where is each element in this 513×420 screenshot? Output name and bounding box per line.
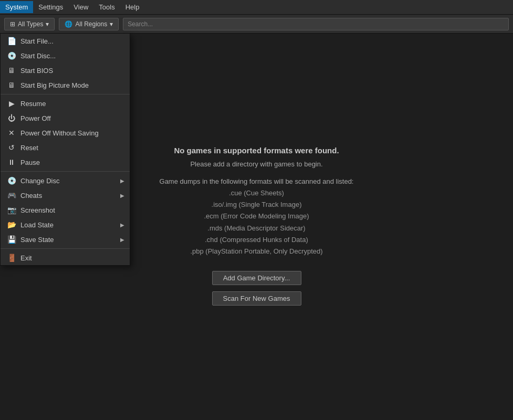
system-dropdown-menu: 📄 Start File... 💿 Start Disc... 🖥 Start … xyxy=(0,34,130,266)
menu-item-power-off[interactable]: ⏻ Power Off xyxy=(1,111,130,125)
menu-item-exit[interactable]: 🚪 Exit xyxy=(1,250,130,265)
arrow-icon-save-state: ▶ xyxy=(120,237,124,243)
menu-item-resume-label: Resume xyxy=(20,100,46,108)
menu-item-start-big-picture-label: Start Big Picture Mode xyxy=(20,81,89,89)
file-icon: 📄 xyxy=(7,36,16,46)
menu-item-resume[interactable]: ▶ Resume xyxy=(1,96,130,111)
close-icon: ✕ xyxy=(7,128,16,138)
menu-item-load-state[interactable]: 📂 Load State ▶ xyxy=(1,217,130,232)
globe-icon: 🌐 xyxy=(65,20,72,28)
menu-item-start-file[interactable]: 📄 Start File... xyxy=(1,34,130,48)
add-game-directory-button[interactable]: Add Game Directory... xyxy=(212,271,301,285)
bios-icon: 🖥 xyxy=(7,66,16,75)
format-item-ecm: .ecm (Error Code Modeling Image) xyxy=(190,211,322,222)
menu-item-pause[interactable]: ⏸ Pause xyxy=(1,155,130,170)
format-item-pbp: .pbp (PlayStation Portable, Only Decrypt… xyxy=(190,246,322,257)
filter-regions-label: All Regions xyxy=(75,20,107,28)
menu-item-load-state-label: Load State xyxy=(20,221,54,229)
arrow-icon-change-disc: ▶ xyxy=(120,178,124,184)
menu-item-save-state-label: Save State xyxy=(20,236,54,244)
menu-item-cheats[interactable]: 🎮 Cheats ▶ xyxy=(1,188,130,203)
separator-2 xyxy=(1,171,130,172)
menu-item-start-file-label: Start File... xyxy=(20,37,54,45)
menu-item-start-bios[interactable]: 🖥 Start BIOS xyxy=(1,63,130,78)
menu-item-power-off-nosave-label: Power Off Without Saving xyxy=(20,129,99,137)
format-item-mds: .mds (Media Descriptor Sidecar) xyxy=(190,223,322,234)
format-list: .cue (Cue Sheets) .iso/.img (Single Trac… xyxy=(190,187,322,257)
menu-item-change-disc-label: Change Disc xyxy=(20,177,59,185)
arrow-icon-load-state: ▶ xyxy=(120,222,124,228)
menu-item-pause-label: Pause xyxy=(20,159,40,166)
menu-item-reset[interactable]: ↺ Reset xyxy=(1,140,130,155)
reset-icon: ↺ xyxy=(7,143,16,152)
add-directory-hint: Please add a directory with games to beg… xyxy=(190,160,322,168)
menubar-item-system[interactable]: System xyxy=(0,1,33,13)
disc-icon: 💿 xyxy=(7,51,16,60)
menu-item-screenshot-label: Screenshot xyxy=(20,206,55,214)
menu-item-start-disc[interactable]: 💿 Start Disc... xyxy=(1,48,130,63)
filter-types-button[interactable]: ⊞ All Types ▾ xyxy=(4,18,55,30)
exit-icon: 🚪 xyxy=(7,253,16,262)
cheats-icon: 🎮 xyxy=(7,191,16,200)
separator-3 xyxy=(1,248,130,249)
change-disc-icon: 💿 xyxy=(7,176,16,185)
filter-types-icon: ⊞ xyxy=(10,20,15,28)
no-games-title: No games in supported formats were found… xyxy=(174,146,339,155)
menu-item-change-disc[interactable]: 💿 Change Disc ▶ xyxy=(1,173,130,188)
menu-item-start-bios-label: Start BIOS xyxy=(20,67,53,75)
resume-icon: ▶ xyxy=(7,99,16,108)
formats-title: Game dumps in the following formats will… xyxy=(160,177,354,185)
search-input[interactable] xyxy=(123,18,509,30)
chevron-down-icon-regions: ▾ xyxy=(110,20,113,28)
chevron-down-icon: ▾ xyxy=(46,20,49,28)
load-state-icon: 📂 xyxy=(7,220,16,229)
menubar: System Settings View Tools Help xyxy=(0,0,513,15)
menu-item-power-off-label: Power Off xyxy=(20,114,51,122)
filter-types-label: All Types xyxy=(18,20,43,28)
menu-item-start-disc-label: Start Disc... xyxy=(20,52,56,60)
arrow-icon-cheats: ▶ xyxy=(120,193,124,198)
menubar-item-help[interactable]: Help xyxy=(120,1,145,13)
menu-item-save-state[interactable]: 💾 Save State ▶ xyxy=(1,232,130,247)
toolbar: ⊞ All Types ▾ 🌐 All Regions ▾ xyxy=(0,15,513,34)
format-item-iso: .iso/.img (Single Track Image) xyxy=(190,199,322,211)
pause-icon: ⏸ xyxy=(7,158,16,167)
format-item-chd: .chd (Compressed Hunks of Data) xyxy=(190,234,322,246)
menu-item-cheats-label: Cheats xyxy=(20,192,42,200)
screenshot-icon: 📷 xyxy=(7,205,16,215)
menu-item-reset-label: Reset xyxy=(20,144,38,152)
menubar-item-tools[interactable]: Tools xyxy=(93,1,120,13)
bigpicture-icon: 🖥 xyxy=(7,80,16,90)
scan-for-new-games-button[interactable]: Scan For New Games xyxy=(212,291,301,306)
menubar-item-settings[interactable]: Settings xyxy=(33,1,68,13)
menu-item-power-off-nosave[interactable]: ✕ Power Off Without Saving xyxy=(1,125,130,140)
main-area: 📄 Start File... 💿 Start Disc... 🖥 Start … xyxy=(0,34,513,420)
format-item-cue: .cue (Cue Sheets) xyxy=(190,187,322,199)
separator-1 xyxy=(1,94,130,94)
menubar-item-view[interactable]: View xyxy=(68,1,93,13)
menu-item-exit-label: Exit xyxy=(20,254,32,262)
menu-item-screenshot[interactable]: 📷 Screenshot xyxy=(1,203,130,217)
action-buttons: Add Game Directory... Scan For New Games xyxy=(212,269,301,308)
filter-regions-button[interactable]: 🌐 All Regions ▾ xyxy=(59,18,119,30)
save-state-icon: 💾 xyxy=(7,235,16,244)
power-icon: ⏻ xyxy=(7,113,16,123)
menu-item-start-big-picture[interactable]: 🖥 Start Big Picture Mode xyxy=(1,78,130,92)
